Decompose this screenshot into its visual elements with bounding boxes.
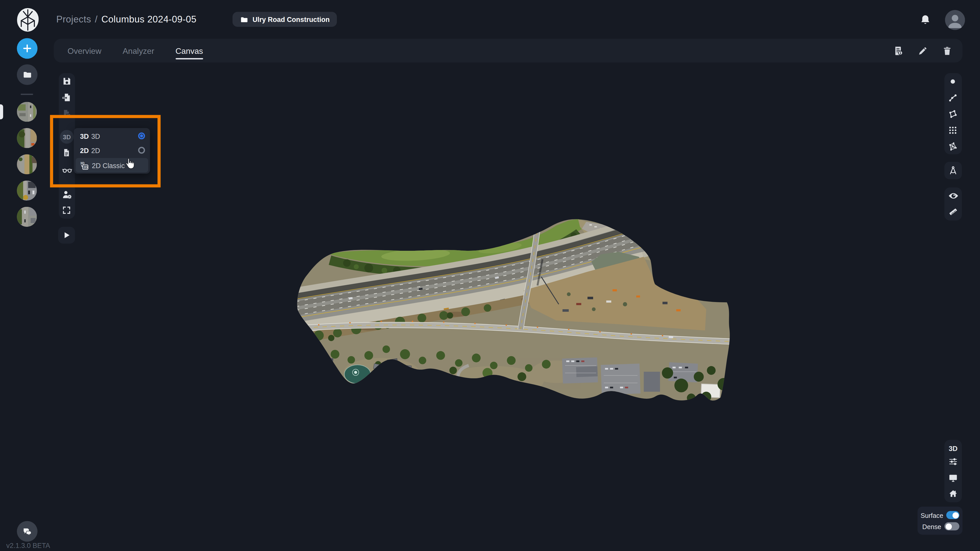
flight-thumbnail[interactable] bbox=[17, 128, 37, 148]
notifications-bell-icon[interactable] bbox=[919, 14, 931, 26]
chat-button[interactable] bbox=[17, 521, 38, 541]
polygon-tool-icon[interactable] bbox=[948, 110, 958, 119]
save-icon[interactable] bbox=[62, 76, 72, 86]
flight-thumbnail[interactable] bbox=[17, 102, 37, 122]
folder-icon bbox=[22, 70, 32, 79]
polyline-tool-icon[interactable] bbox=[948, 93, 958, 103]
play-icon bbox=[62, 230, 71, 240]
project-details-icon[interactable] bbox=[893, 45, 904, 56]
canvas-view-toolbar bbox=[944, 187, 962, 221]
view-mode-indicator[interactable]: 3D bbox=[944, 445, 962, 452]
home-icon[interactable] bbox=[948, 489, 958, 499]
account-avatar[interactable] bbox=[945, 10, 965, 30]
visibility-eye-icon[interactable] bbox=[948, 191, 958, 200]
dense-toggle-label: Dense bbox=[922, 523, 941, 530]
tab-overview[interactable]: Overview bbox=[67, 39, 101, 62]
user-settings-icon[interactable] bbox=[62, 189, 72, 199]
delete-trash-icon[interactable] bbox=[942, 45, 953, 56]
display-monitor-icon[interactable] bbox=[948, 473, 958, 483]
fullscreen-icon[interactable] bbox=[62, 206, 72, 216]
flight-thumbnail[interactable] bbox=[17, 154, 37, 174]
breadcrumb-section[interactable]: Projects bbox=[56, 14, 91, 24]
dense-toggle[interactable] bbox=[944, 522, 959, 530]
edit-pencil-icon[interactable] bbox=[918, 45, 928, 56]
breadcrumb: Projects / Columbus 2024-09-05 bbox=[56, 14, 197, 24]
tab-strip: Overview Analyzer Canvas bbox=[54, 39, 963, 62]
project-tag-label: Ulry Road Construction bbox=[252, 16, 329, 23]
app-version: v2.1.3.0 BETA bbox=[6, 541, 50, 549]
folder-icon bbox=[240, 15, 248, 24]
surface-toggle-row: Surface bbox=[921, 511, 959, 519]
project-tag[interactable]: Ulry Road Construction bbox=[232, 12, 337, 27]
layer-settings-sliders-icon[interactable] bbox=[948, 457, 958, 467]
import-file-icon[interactable] bbox=[62, 92, 72, 102]
flight-thumbnail[interactable] bbox=[17, 207, 37, 227]
app-window: Projects / Columbus 2024-09-05 Ulry Road… bbox=[0, 0, 980, 551]
orthomosaic-map[interactable] bbox=[294, 216, 735, 407]
annotation-highlight-box bbox=[50, 115, 161, 187]
selected-thumbnail-indicator bbox=[0, 104, 3, 119]
breadcrumb-separator: / bbox=[95, 14, 98, 24]
chat-bubbles-icon bbox=[22, 526, 33, 537]
folder-button[interactable] bbox=[17, 64, 38, 85]
tab-analyzer[interactable]: Analyzer bbox=[123, 39, 154, 62]
surface-toggle-label: Surface bbox=[921, 511, 943, 519]
layer-toggle-panel: Surface Dense bbox=[918, 507, 963, 535]
point-grid-tool-icon[interactable] bbox=[948, 125, 958, 135]
canvas-right-toolbar bbox=[944, 73, 962, 154]
app-logo-icon[interactable] bbox=[16, 7, 40, 32]
rail-divider bbox=[21, 94, 33, 95]
mesh-tool-icon[interactable] bbox=[948, 142, 958, 152]
tab-canvas[interactable]: Canvas bbox=[176, 39, 203, 62]
play-button[interactable] bbox=[58, 227, 75, 244]
tabs: Overview Analyzer Canvas bbox=[67, 39, 203, 62]
tab-actions bbox=[893, 39, 953, 62]
cursor-hand-icon bbox=[124, 157, 136, 170]
add-button[interactable] bbox=[17, 38, 38, 59]
measure-ruler-icon[interactable] bbox=[948, 207, 958, 217]
page-title: Columbus 2024-09-05 bbox=[101, 14, 197, 24]
compass-tool-button[interactable] bbox=[944, 162, 962, 179]
dense-toggle-row: Dense bbox=[921, 522, 959, 530]
view-settings-panel: 3D bbox=[944, 440, 962, 502]
compass-icon bbox=[948, 165, 958, 176]
point-tool-icon[interactable] bbox=[948, 77, 958, 87]
surface-toggle[interactable] bbox=[946, 511, 959, 519]
flight-thumbnail[interactable] bbox=[17, 181, 37, 200]
